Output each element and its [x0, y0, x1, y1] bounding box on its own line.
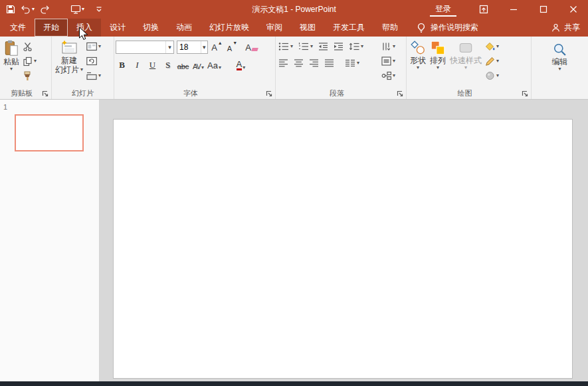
font-size-combobox[interactable]: ▾ — [177, 41, 208, 54]
close-button[interactable] — [558, 0, 588, 19]
maximize-icon — [539, 5, 547, 13]
convert-to-smartart-button[interactable]: ▾ — [380, 70, 397, 82]
editing-group: 编辑 ▾ — [532, 37, 588, 99]
copy-button[interactable]: ▾ — [21, 55, 38, 67]
ribbon-display-options-button[interactable] — [468, 0, 498, 19]
slide-layout-button[interactable]: ▾ — [85, 41, 102, 52]
person-icon — [551, 23, 561, 33]
slides-group-label: 幻灯片 — [52, 88, 114, 98]
tell-me-search[interactable]: 操作说明搜索 — [416, 19, 478, 37]
editing-button[interactable]: 编辑 ▾ — [550, 41, 570, 73]
slide-thumbnail-selected[interactable] — [15, 114, 84, 151]
align-left-button[interactable] — [277, 57, 290, 69]
text-direction-button[interactable]: ▾ — [380, 41, 397, 52]
minimize-button[interactable] — [498, 0, 528, 19]
align-text-button[interactable]: ▾ — [380, 55, 397, 67]
align-center-button[interactable] — [292, 57, 305, 69]
decrease-indent-button[interactable] — [317, 41, 330, 52]
tab-slideshow[interactable]: 幻灯片放映 — [201, 19, 258, 37]
clear-format-glyph: A — [245, 43, 251, 52]
redo-button[interactable] — [39, 1, 50, 17]
start-slideshow-button[interactable]: ▾ — [70, 1, 84, 17]
underline-button[interactable]: U — [146, 58, 159, 72]
font-name-combobox[interactable]: ▾ — [116, 41, 174, 54]
tab-design[interactable]: 设计 — [101, 19, 134, 37]
save-button[interactable] — [5, 1, 16, 17]
reset-slide-button[interactable] — [85, 55, 102, 67]
tab-review[interactable]: 审阅 — [258, 19, 291, 37]
chevron-down-icon: ▾ — [82, 7, 84, 12]
font-dialog-launcher[interactable] — [265, 90, 273, 98]
dialog-launcher-icon — [266, 90, 272, 97]
paragraph-dialog-launcher[interactable] — [396, 90, 404, 98]
editing-label: 编辑 — [552, 57, 568, 66]
tab-help[interactable]: 帮助 — [373, 19, 407, 37]
numbering-button[interactable]: ▾ — [297, 41, 314, 52]
clear-formatting-button[interactable]: A — [245, 41, 258, 54]
clipboard-dialog-launcher[interactable] — [41, 90, 49, 98]
new-slide-icon — [60, 40, 78, 56]
drawing-dialog-launcher[interactable] — [521, 90, 529, 98]
clipboard-group-label: 剪贴板 — [0, 88, 43, 98]
paste-button[interactable]: 粘贴 ▾ — [1, 39, 21, 73]
tab-insert[interactable]: 插入 — [68, 19, 101, 37]
italic-button[interactable]: I — [131, 58, 144, 72]
increase-indent-button[interactable] — [332, 41, 345, 52]
paste-clipboard-icon — [3, 40, 19, 57]
tab-animations[interactable]: 动画 — [167, 19, 201, 37]
columns-button[interactable]: ▾ — [343, 57, 361, 69]
shape-fill-button[interactable]: ▾ — [484, 41, 500, 52]
slide-canvas[interactable] — [113, 119, 573, 379]
customize-quick-access-button[interactable] — [94, 1, 104, 17]
slides-group: 新建 幻灯片 ▾ ▾ — [52, 37, 114, 99]
chevron-down-icon: ▾ — [361, 44, 363, 49]
font-size-input[interactable] — [177, 43, 201, 52]
bullets-button[interactable]: ▾ — [277, 41, 294, 52]
justify-button[interactable] — [323, 57, 336, 69]
justify-icon — [324, 58, 334, 68]
shape-outline-button[interactable]: ▾ — [484, 55, 500, 67]
share-button[interactable]: 共享 — [551, 19, 580, 37]
align-center-icon — [294, 58, 304, 68]
change-case-glyph: Aa — [207, 60, 218, 70]
chevron-down-icon: ▾ — [464, 65, 467, 70]
chevron-down-icon[interactable]: ▾ — [201, 41, 208, 53]
font-color-button[interactable]: A ▾ — [235, 58, 247, 72]
sign-in-button[interactable]: 登录 — [430, 2, 456, 17]
bold-button[interactable]: B — [116, 58, 128, 72]
font-name-input[interactable] — [116, 43, 165, 52]
tab-developer[interactable]: 开发工具 — [324, 19, 373, 37]
chevron-down-icon: ▾ — [243, 65, 245, 70]
chevron-down-icon: ▾ — [34, 58, 37, 64]
chevron-down-icon[interactable]: ▾ — [165, 41, 173, 53]
strikethrough-button[interactable]: abc — [177, 58, 189, 72]
decrease-font-size-button[interactable]: A▼ — [226, 41, 239, 54]
undo-button[interactable]: ▾ — [21, 1, 35, 17]
tab-view[interactable]: 视图 — [291, 19, 324, 37]
increase-font-size-button[interactable]: A▲ — [211, 41, 223, 54]
bottom-dark-strip — [0, 381, 588, 386]
tab-file[interactable]: 文件 — [1, 19, 35, 37]
text-shadow-button[interactable]: S — [161, 58, 174, 72]
new-slide-label-line1: 新建 — [61, 56, 77, 65]
character-spacing-button[interactable]: AV ▾ — [192, 58, 205, 72]
arrange-button[interactable]: 排列 ▾ — [428, 39, 448, 72]
new-slide-button[interactable]: 新建 幻灯片 ▾ — [53, 39, 85, 76]
shape-effects-button[interactable]: ▾ — [484, 70, 500, 82]
tab-transitions[interactable]: 切换 — [134, 19, 167, 37]
align-right-button[interactable] — [308, 57, 320, 69]
maximize-button[interactable] — [528, 0, 558, 19]
chevron-down-icon: ▾ — [201, 65, 204, 70]
quick-styles-button[interactable]: 快速样式 ▾ — [448, 39, 484, 72]
chevron-down-icon: ▾ — [310, 44, 313, 49]
format-painter-button[interactable] — [21, 70, 38, 82]
smartart-icon — [381, 71, 391, 80]
change-case-button[interactable]: Aa ▾ — [207, 58, 221, 72]
decrease-indent-icon — [318, 42, 328, 51]
cut-button[interactable] — [21, 41, 38, 52]
section-button[interactable]: ▾ — [85, 70, 102, 82]
slideshow-monitor-icon — [70, 4, 81, 15]
tab-home[interactable]: 开始 — [35, 19, 68, 37]
line-spacing-button[interactable]: ▾ — [347, 41, 365, 52]
shapes-button[interactable]: 形状 ▾ — [408, 39, 428, 72]
